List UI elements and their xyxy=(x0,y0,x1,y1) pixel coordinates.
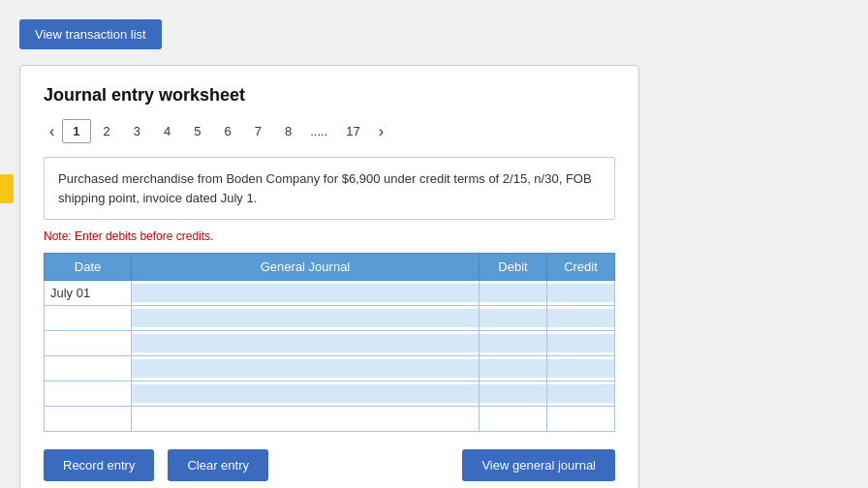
row-credit-input-5[interactable] xyxy=(547,384,614,403)
row-debit-input-3[interactable] xyxy=(480,334,546,352)
row-journal-input-3[interactable] xyxy=(132,334,479,352)
row-journal-4[interactable] xyxy=(132,356,480,381)
row-journal-5[interactable] xyxy=(132,381,480,407)
row-date-3 xyxy=(45,331,132,356)
record-entry-button[interactable]: Record entry xyxy=(44,449,154,481)
row-credit-input-3[interactable] xyxy=(547,334,614,352)
row-debit-input-4[interactable] xyxy=(480,359,546,378)
pagination: ‹ 1 2 3 4 5 6 7 8 ..... 17 › xyxy=(44,119,615,143)
row-date-1: July 01 xyxy=(45,281,132,306)
col-header-general-journal: General Journal xyxy=(132,254,480,281)
row-debit-input-5[interactable] xyxy=(480,384,546,403)
row-credit-input-2[interactable] xyxy=(547,309,614,327)
row-journal-6[interactable] xyxy=(132,407,480,432)
worksheet-container: Journal entry worksheet ‹ 1 2 3 4 5 6 7 … xyxy=(19,65,639,488)
row-journal-input-1[interactable] xyxy=(132,284,479,302)
row-debit-4[interactable] xyxy=(480,356,547,381)
row-credit-6[interactable] xyxy=(547,407,615,432)
pagination-item-8[interactable]: 8 xyxy=(274,119,302,143)
row-journal-input-5[interactable] xyxy=(132,384,479,403)
clear-entry-button[interactable]: Clear entry xyxy=(168,449,268,481)
description-box: Purchased merchandise from Boden Company… xyxy=(44,157,615,220)
col-header-date: Date xyxy=(45,254,132,281)
col-header-credit: Credit xyxy=(547,254,615,281)
view-transaction-button[interactable]: View transaction list xyxy=(19,19,162,49)
pagination-item-17[interactable]: 17 xyxy=(335,119,370,143)
row-date-4 xyxy=(45,356,132,381)
yellow-tab-indicator xyxy=(0,174,14,203)
pagination-item-6[interactable]: 6 xyxy=(214,119,242,143)
pagination-item-4[interactable]: 4 xyxy=(153,119,181,143)
row-date-5 xyxy=(45,381,132,407)
row-journal-input-4[interactable] xyxy=(132,359,479,378)
row-journal-3[interactable] xyxy=(132,331,480,356)
row-credit-1[interactable] xyxy=(547,281,615,306)
row-credit-5[interactable] xyxy=(547,381,615,407)
journal-table: Date General Journal Debit Credit July 0… xyxy=(44,253,615,432)
row-journal-input-2[interactable] xyxy=(132,309,479,327)
row-credit-input-4[interactable] xyxy=(547,359,614,378)
row-credit-input-6[interactable] xyxy=(547,410,614,428)
row-debit-3[interactable] xyxy=(480,331,547,356)
buttons-row: Record entry Clear entry View general jo… xyxy=(44,449,615,481)
row-debit-6[interactable] xyxy=(480,407,547,432)
row-debit-input-6[interactable] xyxy=(480,410,546,428)
row-credit-2[interactable] xyxy=(547,306,615,331)
table-row xyxy=(45,381,615,407)
pagination-item-3[interactable]: 3 xyxy=(123,119,151,143)
row-date-2 xyxy=(45,306,132,331)
table-row: July 01 xyxy=(45,281,615,306)
pagination-item-5[interactable]: 5 xyxy=(183,119,211,143)
pagination-item-1[interactable]: 1 xyxy=(62,119,90,143)
row-debit-input-1[interactable] xyxy=(480,284,546,302)
pagination-dots: ..... xyxy=(304,120,333,142)
row-credit-input-1[interactable] xyxy=(547,284,614,302)
row-debit-5[interactable] xyxy=(480,381,547,407)
row-credit-3[interactable] xyxy=(547,331,615,356)
note-text: Note: Enter debits before credits. xyxy=(44,229,615,243)
view-general-journal-button[interactable]: View general journal xyxy=(462,449,615,481)
row-journal-input-6[interactable] xyxy=(132,410,479,428)
row-debit-2[interactable] xyxy=(480,306,547,331)
pagination-item-7[interactable]: 7 xyxy=(244,119,272,143)
table-row xyxy=(45,356,615,381)
worksheet-title: Journal entry worksheet xyxy=(44,85,615,106)
table-row xyxy=(45,306,615,331)
row-credit-4[interactable] xyxy=(547,356,615,381)
table-row xyxy=(45,407,615,432)
row-debit-input-2[interactable] xyxy=(480,309,546,327)
pagination-next[interactable]: › xyxy=(373,121,389,142)
row-journal-2[interactable] xyxy=(132,306,480,331)
row-journal-1[interactable] xyxy=(132,281,480,306)
pagination-item-2[interactable]: 2 xyxy=(93,119,121,143)
col-header-debit: Debit xyxy=(480,254,547,281)
pagination-prev[interactable]: ‹ xyxy=(44,121,60,142)
row-date-6 xyxy=(45,407,132,432)
row-debit-1[interactable] xyxy=(480,281,547,306)
table-row xyxy=(45,331,615,356)
